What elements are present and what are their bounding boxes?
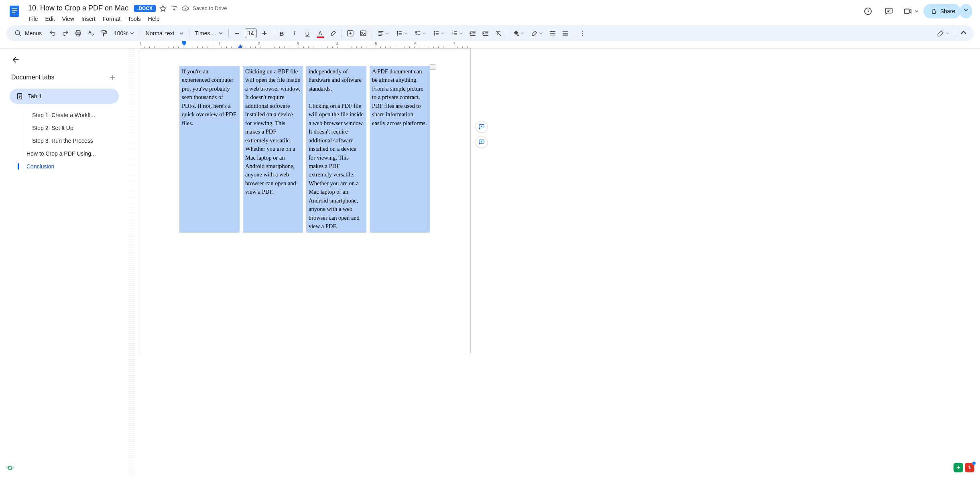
chevron-down-icon	[386, 32, 389, 35]
underline-button[interactable]: U	[301, 28, 313, 39]
table-cell[interactable]: A PDF document can be almost anything. F…	[370, 66, 430, 233]
outline-howto[interactable]: How to Crop a PDF Using...	[10, 147, 119, 160]
border-width-button[interactable]	[559, 28, 571, 39]
add-tab-button[interactable]	[108, 73, 117, 82]
document-canvas[interactable]: If you're an experienced computer pro, y…	[128, 49, 980, 478]
bold-button[interactable]: B	[276, 28, 288, 39]
outline-conclusion[interactable]: Conclusion	[10, 160, 119, 173]
italic-button[interactable]: I	[289, 28, 301, 39]
numbered-list-button[interactable]: 123	[448, 28, 466, 38]
svg-rect-6	[932, 11, 935, 13]
svg-rect-15	[415, 31, 417, 32]
svg-rect-2	[12, 10, 17, 11]
spellcheck-button[interactable]	[85, 28, 97, 39]
print-button[interactable]	[72, 28, 84, 39]
insert-image-button[interactable]	[357, 28, 369, 39]
comments-icon[interactable]	[881, 3, 897, 19]
collapse-toolbar-button[interactable]	[958, 28, 970, 39]
more-options-button[interactable]	[577, 28, 589, 39]
saved-status: Saved to Drive	[193, 5, 227, 11]
table-cell[interactable]: If you're an experienced computer pro, y…	[179, 66, 240, 233]
indent-marker-first[interactable]	[238, 45, 242, 48]
meet-icon[interactable]	[902, 3, 914, 19]
document-icon	[16, 93, 23, 100]
vertical-ruler[interactable]	[128, 49, 135, 478]
menu-file[interactable]: File	[26, 14, 41, 24]
share-button[interactable]: Share	[923, 4, 961, 18]
outline-step1[interactable]: Step 1: Create a Workfl...	[10, 109, 119, 122]
fill-color-button[interactable]	[510, 28, 527, 38]
tab-1[interactable]: Tab 1	[10, 89, 119, 104]
star-icon[interactable]	[159, 4, 167, 12]
paint-format-button[interactable]	[98, 28, 110, 39]
badge-red[interactable]: 1	[965, 463, 974, 472]
extension-badges[interactable]: ✦ 1	[954, 463, 974, 472]
line-spacing-button[interactable]	[393, 28, 411, 38]
tab-1-label: Tab 1	[28, 93, 42, 99]
undo-button[interactable]	[47, 28, 59, 39]
outline-step2[interactable]: Step 2: Set It Up	[10, 122, 119, 134]
ruler[interactable]: 11234567	[0, 41, 980, 49]
suggest-edits-button[interactable]	[476, 136, 488, 148]
svg-rect-3	[12, 12, 15, 13]
border-style-button[interactable]	[547, 28, 559, 39]
history-icon[interactable]	[860, 3, 876, 19]
sidebar-back-button[interactable]	[10, 53, 22, 66]
menu-view[interactable]: View	[59, 14, 77, 24]
outdent-button[interactable]	[467, 28, 479, 39]
docs-logo[interactable]	[6, 3, 22, 19]
chevron-down-icon	[179, 31, 183, 35]
svg-point-17	[434, 33, 435, 34]
toolbar-search-label: Menus	[25, 30, 42, 36]
table-cell[interactable]: independently of hardware and software s…	[306, 66, 366, 233]
selected-table[interactable]: If you're an experienced computer pro, y…	[179, 66, 430, 233]
docx-badge: .DOCX	[134, 5, 156, 12]
bulleted-list-button[interactable]	[430, 28, 447, 38]
zoom-select[interactable]: 100%	[111, 28, 137, 38]
indent-button[interactable]	[480, 28, 492, 39]
privacy-icon[interactable]	[6, 464, 14, 472]
svg-rect-5	[904, 9, 909, 14]
chevron-down-icon	[130, 31, 134, 35]
font-size-increase[interactable]	[258, 28, 270, 39]
menu-insert[interactable]: Insert	[78, 14, 99, 24]
font-size-input[interactable]	[245, 28, 257, 38]
add-comment-button[interactable]	[476, 121, 488, 133]
outline-step3[interactable]: Step 3: Run the Process	[10, 134, 119, 147]
clear-format-button[interactable]	[492, 28, 504, 39]
svg-text:3: 3	[452, 34, 453, 36]
toolbar-search[interactable]: Menus	[10, 27, 46, 39]
move-icon[interactable]	[170, 4, 178, 12]
border-color-button[interactable]	[528, 28, 546, 38]
paragraph-style-select[interactable]: Normal text	[142, 28, 187, 38]
chevron-down-icon	[404, 32, 407, 35]
badge-green[interactable]: ✦	[954, 463, 963, 472]
menu-format[interactable]: Format	[100, 14, 124, 24]
chevron-down-icon[interactable]	[915, 9, 919, 13]
title-bar: 10. How to Crop a PDF on Mac .DOCX Saved…	[0, 0, 980, 24]
svg-point-16	[434, 31, 435, 32]
share-dropdown[interactable]	[960, 4, 972, 18]
svg-rect-11	[102, 30, 106, 32]
insert-link-button[interactable]	[344, 28, 356, 39]
page[interactable]: If you're an experienced computer pro, y…	[140, 49, 471, 353]
font-size-decrease[interactable]	[231, 28, 243, 39]
indent-marker-left[interactable]	[182, 41, 186, 46]
redo-button[interactable]	[59, 28, 71, 39]
table-cell[interactable]: Clicking on a PDF file will open the fil…	[243, 66, 303, 233]
text-color-button[interactable]: A	[314, 28, 326, 39]
outline: Step 1: Create a Workfl... Step 2: Set I…	[10, 109, 119, 173]
doc-title[interactable]: 10. How to Crop a PDF on Mac	[26, 3, 131, 13]
search-icon	[14, 30, 22, 37]
svg-rect-1	[12, 8, 17, 9]
svg-point-18	[434, 34, 435, 35]
menu-help[interactable]: Help	[145, 14, 163, 24]
align-button[interactable]	[374, 28, 392, 38]
editing-mode-button[interactable]	[934, 28, 952, 38]
menu-edit[interactable]: Edit	[42, 14, 58, 24]
cloud-icon[interactable]	[181, 4, 189, 12]
menu-tools[interactable]: Tools	[124, 14, 144, 24]
checklist-button[interactable]	[411, 28, 429, 38]
font-select[interactable]: Times ...	[192, 28, 226, 38]
highlight-button[interactable]	[327, 28, 339, 39]
